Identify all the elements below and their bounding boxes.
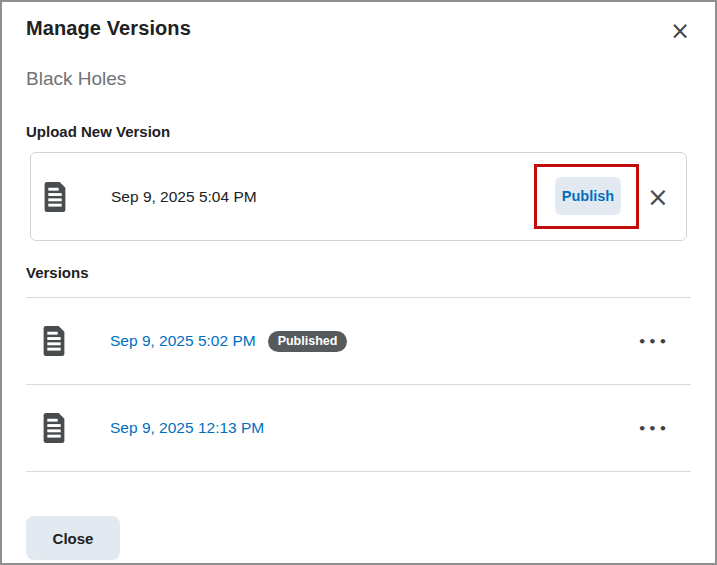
pending-upload-date: Sep 9, 2025 5:04 PM <box>111 188 534 206</box>
pending-upload-card: Sep 9, 2025 5:04 PM Publish × <box>30 152 687 241</box>
version-context-menu-icon[interactable]: ••• <box>638 334 669 349</box>
publish-button[interactable]: Publish <box>555 177 621 215</box>
versions-section-heading: Versions <box>26 264 691 281</box>
upload-section-heading: Upload New Version <box>26 123 691 140</box>
remove-upload-icon[interactable]: × <box>646 184 670 210</box>
version-context-menu-icon[interactable]: ••• <box>638 421 669 436</box>
version-date-link[interactable]: Sep 9, 2025 12:13 PM <box>110 419 264 437</box>
published-status-badge: Published <box>268 331 348 352</box>
document-icon <box>42 413 66 443</box>
dialog-close-icon[interactable]: × <box>665 16 695 46</box>
divider <box>26 471 691 472</box>
document-icon <box>42 326 66 356</box>
version-row: Sep 9, 2025 5:02 PM Published ••• <box>26 298 691 384</box>
manage-versions-dialog: Manage Versions × Black Holes Upload New… <box>0 0 717 565</box>
file-name-subtitle: Black Holes <box>26 68 691 90</box>
version-date-link[interactable]: Sep 9, 2025 5:02 PM <box>110 332 256 350</box>
close-button[interactable]: Close <box>26 516 120 560</box>
dialog-title: Manage Versions <box>26 2 691 40</box>
red-highlight-annotation: Publish <box>534 164 639 229</box>
version-row: Sep 9, 2025 12:13 PM ••• <box>26 385 691 471</box>
document-icon <box>43 182 67 212</box>
